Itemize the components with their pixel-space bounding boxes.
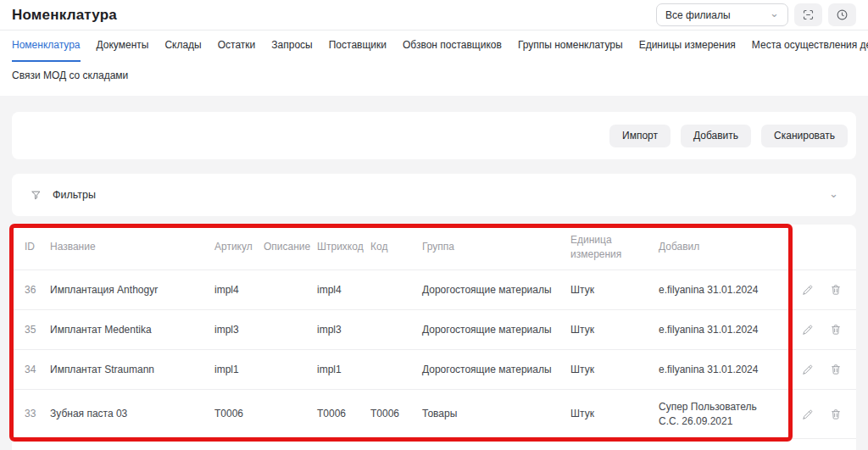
pencil-icon: [801, 363, 815, 376]
header-scan-button[interactable]: [794, 3, 822, 26]
tab-warehouses[interactable]: Склады: [164, 39, 201, 62]
cell-code: T0006: [370, 407, 422, 421]
tab-requests[interactable]: Запросы: [271, 39, 312, 62]
row-actions: [788, 363, 856, 376]
cell-id: 34: [25, 363, 50, 377]
pencil-icon: [801, 323, 815, 336]
cell-id: 35: [25, 323, 50, 337]
pencil-icon: [801, 283, 815, 297]
cell-id: 36: [25, 283, 50, 297]
cell-id: 33: [25, 407, 50, 421]
table-body: 36 Имплантация Anthogyr impl4 impl4 Доро…: [12, 270, 856, 439]
cell-group: Дорогостоящие материалы: [422, 363, 570, 377]
trash-icon: [829, 408, 843, 421]
tab-nomenclature-groups[interactable]: Группы номенклатуры: [518, 39, 623, 62]
column-header: Штрихкод: [317, 240, 370, 254]
table-header-row: IDНазваниеАртикулОписаниеШтрихкодКодГруп…: [12, 225, 856, 270]
content: ИмпортДобавитьСканировать Фильтры ⌄ IDНа…: [0, 96, 868, 450]
cell-unit: Штук: [570, 323, 659, 337]
cell-barcode: impl4: [317, 283, 370, 297]
column-header: Добавил: [659, 240, 788, 254]
tab-mod-warehouse-links[interactable]: Связи МОД со складами: [12, 69, 128, 81]
chevron-down-icon: ⌄: [770, 8, 779, 19]
column-header: Описание: [264, 240, 317, 254]
cell-barcode: T0006: [317, 407, 370, 421]
branch-filter-value: Все филиалы: [665, 9, 731, 21]
cell-name: Имплантация Anthogyr: [50, 283, 214, 297]
toolbar: ИмпортДобавитьСканировать: [12, 112, 856, 159]
header-controls: Все филиалы ⌄: [656, 3, 856, 26]
edit-button[interactable]: [801, 323, 815, 336]
cell-unit: Штук: [570, 283, 659, 297]
chevron-down-icon: ⌄: [829, 188, 838, 199]
cell-group: Товары: [422, 407, 570, 421]
edit-button[interactable]: [801, 363, 815, 376]
page: Номенклатура Все филиалы ⌄: [0, 0, 868, 450]
tab-activity-places[interactable]: Места осуществления деятельности: [752, 39, 868, 62]
column-header: Код: [370, 240, 422, 254]
delete-button[interactable]: [829, 283, 843, 297]
cell-unit: Штук: [570, 363, 659, 377]
import-button[interactable]: Импорт: [609, 125, 670, 147]
column-header: Группа: [422, 240, 570, 254]
trash-icon: [829, 323, 843, 336]
branch-filter-select[interactable]: Все филиалы ⌄: [656, 3, 788, 26]
cell-name: Зубная паста 03: [50, 407, 214, 421]
delete-button[interactable]: [829, 363, 843, 376]
cell-unit: Штук: [570, 407, 659, 421]
cell-article: T0006: [214, 407, 264, 421]
column-header: Название: [50, 240, 214, 254]
Зубная паста 03: 33 Зубная паста 03 T0006 T0006 T0006 Тов…: [12, 390, 856, 439]
cell-added-by: e.filyanina 31.01.2024: [659, 283, 788, 297]
tab-suppliers[interactable]: Поставщики: [329, 39, 387, 62]
cell-article: impl3: [214, 323, 264, 337]
cell-added-by: e.filyanina 31.01.2024: [659, 363, 788, 377]
row-actions: [788, 283, 856, 297]
tab-stock[interactable]: Остатки: [218, 39, 256, 62]
add-button[interactable]: Добавить: [681, 125, 751, 147]
tab-nomenclature[interactable]: Номенклатура: [12, 39, 81, 62]
scan-frame-icon: [802, 8, 815, 21]
funnel-icon: [30, 189, 42, 202]
filters-label: Фильтры: [53, 189, 96, 201]
delete-button[interactable]: [829, 323, 843, 336]
header-top: Номенклатура Все филиалы ⌄: [0, 0, 868, 31]
nomenclature-table: IDНазваниеАртикулОписаниеШтрихкодКодГруп…: [12, 225, 856, 450]
row-actions: [788, 323, 856, 336]
cell-added-by: Супер Пользователь С.С. 26.09.2021: [659, 400, 788, 429]
edit-button[interactable]: [801, 283, 815, 297]
cell-added-by: e.filyanina 31.01.2024: [659, 323, 788, 337]
column-header: ID: [25, 240, 50, 254]
row-actions: [788, 408, 856, 421]
cell-article: impl4: [214, 283, 264, 297]
tab-units[interactable]: Единицы измерения: [639, 39, 736, 62]
cell-article: impl1: [214, 363, 264, 377]
scan-button[interactable]: Сканировать: [761, 125, 848, 147]
delete-button[interactable]: [829, 408, 843, 421]
trash-icon: [829, 363, 843, 376]
page-title: Номенклатура: [12, 7, 117, 24]
cell-group: Дорогостоящие материалы: [422, 323, 570, 337]
Имплантация Anthogyr: 36 Имплантация Anthogyr impl4 impl4 Доро…: [12, 270, 856, 310]
tab-supplier-calls[interactable]: Обзвон поставщиков: [403, 39, 502, 62]
history-button[interactable]: [828, 3, 856, 26]
pencil-icon: [801, 408, 815, 421]
tab-documents[interactable]: Документы: [97, 39, 149, 62]
Имплантат Straumann: 34 Имплантат Straumann impl1 impl1 Дорог…: [12, 350, 856, 390]
column-header: Артикул: [214, 240, 264, 254]
Имплантат Medentika: 35 Имплантат Medentika impl3 impl3 Дорог…: [12, 310, 856, 350]
column-header: Единица измерения: [570, 233, 659, 262]
cell-group: Дорогостоящие материалы: [422, 283, 570, 297]
header: Номенклатура Все филиалы ⌄: [0, 0, 868, 96]
cell-name: Имплантат Straumann: [50, 363, 214, 377]
clock-icon: [836, 8, 849, 21]
trash-icon: [829, 283, 843, 297]
primary-tabs: НоменклатураДокументыСкладыОстаткиЗапрос…: [0, 31, 868, 62]
cell-barcode: impl1: [317, 363, 370, 377]
secondary-tabs: Связи МОД со складами: [0, 62, 868, 96]
filters-panel[interactable]: Фильтры ⌄: [12, 174, 856, 216]
cell-barcode: impl3: [317, 323, 370, 337]
cell-name: Имплантат Medentika: [50, 323, 214, 337]
edit-button[interactable]: [801, 408, 815, 421]
